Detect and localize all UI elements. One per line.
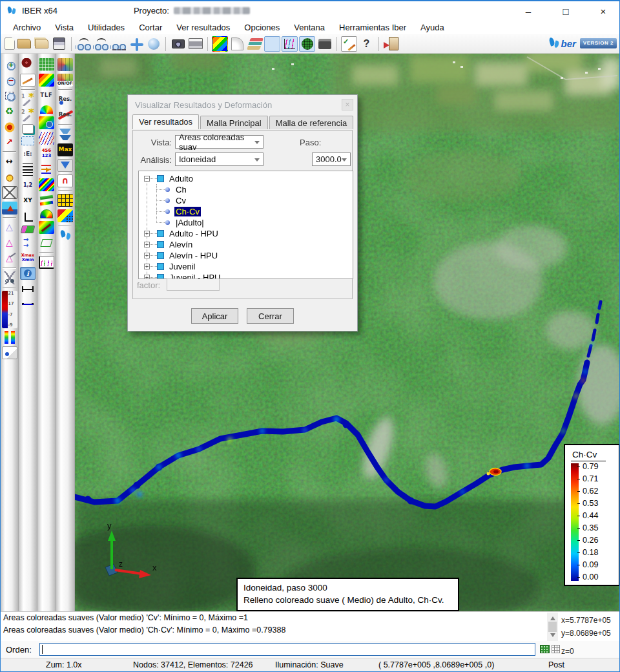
tree-leaf[interactable]: Cv (139, 195, 353, 206)
tree-leaf[interactable]: Ch (139, 184, 353, 195)
tree-node-label[interactable]: Adulto (168, 174, 194, 184)
point-numbers-icon[interactable]: 1,2 (20, 179, 36, 192)
list-lines-icon[interactable] (20, 163, 36, 176)
color-scale-icon[interactable]: 2117-7-9 (2, 291, 17, 328)
mesh-green-icon[interactable] (39, 58, 54, 71)
factor-input[interactable] (167, 278, 220, 291)
zoom-previous-icon[interactable] (76, 36, 92, 52)
info-button-icon[interactable] (20, 267, 36, 280)
grid-yellow-icon[interactable] (57, 194, 73, 207)
tree-leaf-label[interactable]: Ch (174, 185, 188, 194)
tree-node-label[interactable]: Adulto - HPU (168, 229, 220, 238)
graphs-window-icon[interactable] (282, 36, 298, 52)
open-project-icon[interactable] (16, 36, 32, 52)
sphere-view-icon[interactable] (145, 36, 161, 52)
section-cup-icon[interactable] (57, 159, 73, 172)
map-color-icon[interactable] (57, 58, 73, 71)
close-button[interactable]: × (595, 3, 612, 19)
expander-icon[interactable]: + (144, 231, 150, 236)
tree-leaf-label[interactable]: Ch·Cv (174, 207, 201, 216)
results-flag-icon[interactable] (212, 36, 228, 52)
rainbow-columns-icon[interactable] (2, 331, 17, 344)
animation-film-icon[interactable] (316, 36, 333, 52)
page-turn-icon[interactable] (229, 36, 245, 52)
tree-node[interactable]: +Alevín - HPU (139, 250, 353, 261)
map-onoff-icon[interactable]: ON/OFF (57, 74, 73, 87)
mesh-quality-icon[interactable] (299, 36, 315, 52)
tab-ver-resultados[interactable]: Ver resultados (132, 114, 199, 129)
maximize-button[interactable]: □ (557, 3, 574, 19)
mesh-pyramid-icon[interactable] (2, 221, 17, 234)
iber-logo-icon[interactable] (57, 229, 73, 242)
exit-postprocess-icon[interactable] (383, 36, 399, 52)
scissors-icon[interactable] (2, 271, 17, 284)
message-scrollbar[interactable] (547, 613, 558, 641)
menu-vista[interactable]: Vista (48, 21, 81, 34)
notes-check-icon[interactable] (341, 36, 357, 52)
zoom-frame-icon[interactable] (2, 89, 17, 102)
menu-cortar[interactable]: Cortar (132, 21, 169, 34)
bell-curve-icon[interactable] (57, 174, 73, 187)
report-send-icon[interactable] (2, 346, 17, 359)
surface-outline-icon[interactable] (39, 236, 54, 249)
menu-ver-resultados[interactable]: Ver resultados (169, 21, 237, 34)
menu-herramientas-iber[interactable]: Herramientas Iber (332, 21, 413, 34)
xyz-numbers-icon[interactable]: 456123 (39, 147, 54, 160)
wand-one-icon[interactable]: 1 (20, 93, 36, 106)
bars-rainbow-icon[interactable] (39, 194, 54, 207)
paso-select[interactable]: 3000.0 (312, 152, 351, 166)
axes-corner-icon[interactable] (20, 210, 36, 223)
zoom-out-icon[interactable] (2, 74, 17, 87)
rotate-arrow-icon[interactable] (2, 136, 17, 149)
new-file-icon[interactable] (5, 37, 15, 50)
label-e-icon[interactable]: :E: (20, 148, 36, 161)
results-on-icon[interactable]: Res. (57, 93, 73, 106)
open-multiple-icon[interactable] (34, 36, 50, 52)
section-trapezoids-icon[interactable] (57, 128, 73, 141)
tree-leaf[interactable]: Ch·Cv (139, 206, 353, 217)
surface-band-icon[interactable] (21, 226, 36, 233)
print-icon[interactable] (187, 36, 203, 52)
menu-ventana[interactable]: Ventana (287, 21, 332, 34)
tab-malla-de-referencia[interactable]: Malla de referencia (269, 116, 354, 129)
dialog-titlebar[interactable]: Visualizar Resultados y Deformación × (128, 95, 357, 114)
layers-icon[interactable] (247, 36, 263, 52)
wand-two-icon[interactable]: 2 (20, 109, 36, 121)
redraw-recycle-icon[interactable] (2, 105, 17, 118)
tree-node-label[interactable]: Alevín (168, 240, 194, 249)
rainbow-results-icon[interactable] (264, 36, 280, 52)
snapshot-camera-icon[interactable] (170, 36, 186, 52)
measure-distance-icon[interactable] (20, 282, 36, 295)
render-view-icon[interactable] (2, 120, 17, 133)
expander-icon[interactable]: + (144, 253, 150, 258)
vista-select[interactable]: Areas coloreadas suav (175, 135, 264, 149)
aplicar-button[interactable]: Aplicar (191, 308, 238, 324)
tree-leaf[interactable]: |Adulto| (139, 217, 353, 228)
zoom-in-icon[interactable] (2, 58, 17, 71)
expander-icon[interactable]: + (144, 242, 150, 247)
zoom-extents-icon[interactable] (110, 36, 127, 52)
minimize-button[interactable]: – (520, 3, 537, 19)
render-3d-icon[interactable] (2, 202, 17, 215)
expander-icon[interactable]: + (144, 264, 150, 269)
scroll-down-icon[interactable] (550, 633, 555, 640)
vector-arrows-icon[interactable] (20, 236, 36, 249)
dialog-close-icon[interactable]: × (342, 99, 353, 110)
tree-node[interactable]: +Alevín (139, 239, 353, 250)
xy-axes-icon[interactable]: XY (20, 194, 36, 207)
tree-leaf-label[interactable]: Cv (174, 196, 187, 205)
rainbow-waves-icon[interactable] (39, 178, 54, 191)
tree-levels-icon[interactable]: TLF (39, 89, 54, 102)
xmax-xmin-icon[interactable]: XmaxXmin (20, 251, 36, 264)
menu-utilidades[interactable]: Utilidades (81, 21, 132, 34)
polygon-cut-icon[interactable] (2, 252, 17, 265)
menu-archivo[interactable]: Archivo (6, 21, 48, 34)
save-icon[interactable] (51, 36, 67, 52)
polygon-pink-icon[interactable] (2, 236, 17, 249)
flag-scatter-icon[interactable] (57, 209, 73, 222)
select-rectangle-icon[interactable] (21, 136, 34, 145)
tree-node[interactable]: +Juvenil (139, 261, 353, 272)
results-off-icon[interactable]: Res. (57, 109, 73, 121)
arrows-multi-icon[interactable] (39, 163, 54, 176)
page-edit-icon[interactable] (20, 74, 36, 87)
